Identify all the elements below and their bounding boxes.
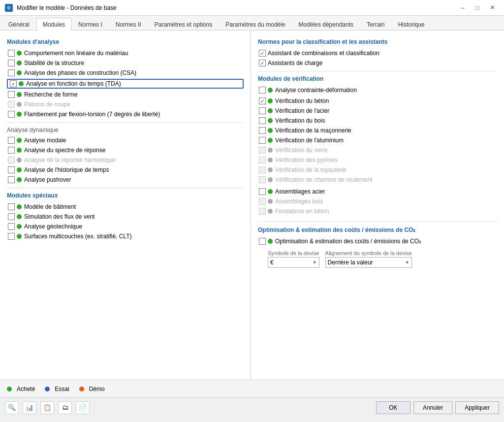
checkbox-pushover[interactable] — [8, 176, 15, 183]
tab-historique[interactable]: Historique — [392, 18, 431, 31]
checkbox-patrons[interactable] — [8, 101, 15, 108]
checkbox-contrainte[interactable] — [259, 87, 266, 94]
dot-icon — [268, 148, 273, 153]
checkbox-tda[interactable] — [10, 80, 17, 87]
item-label: Vérification des pylônes — [275, 157, 338, 163]
checkbox-spectre[interactable] — [8, 147, 15, 154]
checkbox-assistants-charge[interactable] — [259, 60, 266, 66]
checkbox-assemblages-bois[interactable] — [259, 198, 266, 205]
tab-general[interactable]: Général — [2, 18, 36, 31]
checkbox-pylones[interactable] — [259, 157, 266, 163]
currency-label: Symbole de la devise — [268, 250, 319, 256]
item-label: Vérification de la maçonnerie — [275, 127, 351, 134]
checkbox-acier[interactable] — [259, 107, 266, 114]
dot-icon — [17, 204, 22, 209]
checkbox-bois[interactable] — [259, 117, 266, 124]
dot-icon — [268, 189, 273, 194]
cancel-button[interactable]: Annuler — [413, 401, 452, 414]
tab-parametres-modele[interactable]: Paramètres du modèle — [219, 18, 291, 31]
ok-button[interactable]: OK — [376, 401, 410, 414]
item-label: Patrons de coupe — [24, 101, 70, 108]
minimize-button[interactable]: ─ — [456, 3, 470, 13]
item-label: Analyse de l'historique de temps — [24, 166, 109, 173]
checkbox-harmonique[interactable] — [8, 157, 15, 163]
list-item: Analyse de l'historique de temps — [7, 166, 244, 174]
checkbox-batiment[interactable] — [8, 203, 15, 210]
title-bar: ⚙ Modifier le modèle - Données de base ─… — [0, 0, 504, 16]
checkbox-geotechnique[interactable] — [8, 223, 15, 230]
tab-parametres-options[interactable]: Paramètres et options — [148, 18, 219, 31]
dot-icon — [17, 92, 22, 97]
checkbox-recherche[interactable] — [8, 91, 15, 98]
checkbox-surfaces[interactable] — [8, 233, 15, 240]
checkbox-stabilite[interactable] — [8, 60, 15, 66]
dot-blue-icon — [45, 387, 50, 391]
checkbox-roulement[interactable] — [259, 176, 266, 183]
maximize-button[interactable]: □ — [471, 3, 484, 13]
dot-icon — [17, 214, 22, 219]
checkbox-comportement[interactable] — [8, 50, 15, 57]
window-controls: ─ □ ✕ — [456, 3, 499, 13]
checkbox-fondations[interactable] — [259, 208, 266, 215]
verify-title: Modules de vérification — [258, 75, 497, 82]
checkbox-verre[interactable] — [259, 147, 266, 154]
search-icon-btn[interactable]: 🔍 — [5, 401, 19, 414]
dot-icon — [17, 158, 22, 162]
close-button[interactable]: ✕ — [485, 3, 499, 13]
legend-essai: Essai — [45, 386, 69, 392]
checkbox-assistant-combinaisons[interactable] — [259, 50, 266, 57]
list-item: Assemblages bois — [258, 197, 497, 205]
chart-icon-btn[interactable]: 📊 — [23, 401, 36, 414]
separator — [258, 71, 497, 71]
tab-normes2[interactable]: Normes II — [109, 18, 148, 31]
dot-green-icon — [7, 387, 12, 391]
dot-icon — [268, 88, 273, 93]
checkbox-assemblages-acier[interactable] — [259, 188, 266, 195]
dot-icon — [17, 224, 22, 229]
chevron-down-icon: ▼ — [313, 260, 317, 265]
checkbox-maconnerie[interactable] — [259, 127, 266, 134]
checkbox-beton[interactable] — [259, 97, 266, 104]
dot-icon — [19, 81, 24, 86]
tab-modules[interactable]: Modules — [36, 18, 71, 31]
tab-modeles-dependants[interactable]: Modèles dépendants — [292, 18, 360, 31]
dot-icon — [17, 148, 22, 153]
checkbox-modale[interactable] — [8, 137, 15, 144]
list-item: Stabilité de la structure — [7, 59, 244, 67]
align-select[interactable]: Derrière la valeur ▼ — [325, 257, 412, 268]
legend-achete-label: Acheté — [17, 386, 35, 392]
item-label: Analyse pushover — [24, 176, 71, 183]
dot-icon — [17, 112, 22, 117]
list-item: Assemblages acier — [258, 188, 497, 195]
apply-button[interactable]: Appliquer — [455, 401, 499, 414]
item-label: Assemblages bois — [275, 198, 323, 205]
checkbox-aluminium[interactable] — [259, 137, 266, 144]
tab-normes1[interactable]: Normes I — [72, 18, 109, 31]
checkbox-optimisation[interactable] — [259, 238, 266, 245]
legend-bar: Acheté Essai Démo — [0, 380, 504, 397]
legend-demo-label: Démo — [89, 386, 105, 392]
list-item: Modèle de bâtiment — [7, 203, 244, 211]
tab-terrain[interactable]: Terrain — [360, 18, 391, 31]
dot-icon — [268, 158, 273, 162]
item-label: Vérification du verre — [275, 147, 328, 154]
clipboard-icon-btn[interactable]: 📋 — [40, 401, 54, 414]
checkbox-historique[interactable] — [8, 166, 15, 173]
bottom-icons: 🔍 📊 📋 🗂 📄 — [5, 401, 90, 414]
checkbox-phases[interactable] — [8, 69, 15, 76]
list-item: Recherche de forme — [7, 91, 244, 98]
list-item: Vérification du verre — [258, 146, 497, 154]
document-icon-btn[interactable]: 📄 — [76, 401, 90, 414]
dot-icon — [17, 51, 22, 56]
checkbox-flambement[interactable] — [8, 111, 15, 118]
dot-icon — [17, 61, 22, 65]
bottom-buttons: OK Annuler Appliquer — [376, 401, 499, 414]
checkbox-vent[interactable] — [8, 213, 15, 220]
tabs-bar: Général Modules Normes I Normes II Param… — [0, 16, 504, 31]
checkbox-tuyauterie[interactable] — [259, 166, 266, 173]
title-bar-left: ⚙ Modifier le modèle - Données de base — [5, 4, 117, 12]
currency-select[interactable]: € ▼ — [268, 257, 319, 268]
folder-icon-btn[interactable]: 🗂 — [58, 401, 72, 414]
currency-group: Symbole de la devise € ▼ — [268, 250, 319, 268]
legend-achete: Acheté — [7, 386, 35, 392]
